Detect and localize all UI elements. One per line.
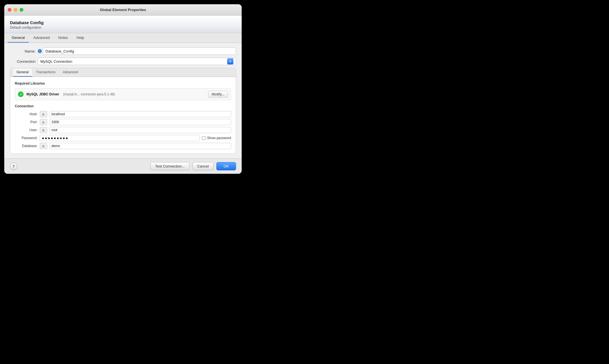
maximize-button[interactable] — [20, 8, 23, 12]
library-row: ✓ MySQL JDBC Driver (mysql:m...-connecto… — [15, 88, 231, 100]
connection-section-title: Connection — [15, 104, 231, 108]
host-row: Host: fx — [15, 111, 231, 117]
database-input[interactable] — [49, 143, 231, 149]
traffic-lights — [8, 8, 23, 12]
inner-panel: General Transactions Advanced Required L… — [10, 68, 236, 154]
host-label: Host: — [15, 112, 38, 116]
library-version: (mysql:m...-connector-java:5.1.48) — [63, 92, 115, 96]
user-row: User: fx — [15, 127, 231, 133]
name-row: Name: i — [10, 47, 236, 55]
port-input[interactable] — [49, 119, 231, 125]
host-fx-button[interactable]: fx — [40, 111, 47, 117]
test-connection-button[interactable]: Test Connection... — [150, 162, 190, 170]
window-title: Global Element Properties — [100, 8, 146, 12]
inner-tabs: General Transactions Advanced — [10, 68, 236, 77]
library-status-icon: ✓ — [18, 91, 24, 97]
top-tabs: General Advanced Notes Help — [4, 33, 242, 43]
password-label: Password: — [15, 136, 38, 140]
dialog-content: Name: i Connection MySQL Connection ▼ Ge… — [4, 43, 242, 158]
dialog-window: Global Element Properties Database Confi… — [4, 4, 242, 174]
cancel-button[interactable]: Cancel — [192, 162, 214, 170]
dialog-footer: ? Test Connection... Cancel OK — [4, 158, 242, 174]
title-bar: Global Element Properties — [4, 4, 242, 16]
connection-dropdown[interactable]: MySQL Connection ▼ — [38, 58, 236, 65]
port-fx-button[interactable]: fx — [40, 119, 47, 125]
user-fx-button[interactable]: fx — [40, 127, 47, 133]
connection-row: Connection MySQL Connection ▼ — [10, 58, 236, 65]
footer-buttons: Test Connection... Cancel OK — [150, 162, 236, 170]
port-label: Port: — [15, 120, 38, 124]
password-input[interactable]: ●●●●●●●●● — [40, 135, 200, 141]
database-fx-button[interactable]: fx — [40, 143, 47, 149]
dropdown-arrow-icon: ▼ — [227, 58, 233, 64]
close-button[interactable] — [8, 8, 11, 12]
name-label: Name: — [10, 49, 36, 53]
dialog-header: Database Config Default configuration — [4, 16, 242, 33]
library-name: MySQL JDBC Driver — [26, 92, 59, 96]
user-input[interactable] — [49, 127, 231, 133]
tab-help[interactable]: Help — [72, 33, 88, 43]
show-password-label[interactable]: Show password — [207, 136, 231, 140]
inner-tab-advanced[interactable]: Advanced — [59, 68, 81, 77]
connection-value: MySQL Connection — [40, 59, 72, 64]
user-label: User: — [15, 128, 38, 132]
dialog-title: Database Config — [10, 20, 236, 25]
port-row: Port: fx — [15, 119, 231, 125]
show-password-wrapper[interactable]: Show password — [202, 136, 231, 140]
password-value: ●●●●●●●●● — [42, 136, 69, 140]
tab-advanced[interactable]: Advanced — [29, 33, 54, 43]
show-password-checkbox[interactable] — [202, 136, 206, 140]
database-row: Database: fx — [15, 143, 231, 149]
database-label: Database: — [15, 144, 38, 148]
host-input[interactable] — [49, 111, 231, 117]
connection-label: Connection — [10, 59, 36, 64]
ok-button[interactable]: OK — [216, 162, 236, 170]
tab-general[interactable]: General — [8, 33, 29, 43]
name-input[interactable] — [43, 47, 236, 55]
inner-tab-general[interactable]: General — [13, 68, 32, 77]
modify-button[interactable]: Modify... — [208, 91, 228, 98]
required-libraries-title: Required Libraries — [15, 81, 231, 85]
info-icon: i — [38, 49, 42, 53]
minimize-button[interactable] — [14, 8, 17, 12]
inner-tab-transactions[interactable]: Transactions — [33, 68, 59, 77]
tab-notes[interactable]: Notes — [54, 33, 72, 43]
connection-fields: Host: fx Port: fx User: fx — [15, 111, 231, 149]
password-row: Password: ●●●●●●●●● Show password — [15, 135, 231, 141]
inner-content: Required Libraries ✓ MySQL JDBC Driver (… — [10, 77, 236, 154]
name-input-wrapper: i — [38, 47, 236, 55]
dialog-subtitle: Default configuration — [10, 26, 236, 30]
help-button[interactable]: ? — [10, 163, 17, 170]
